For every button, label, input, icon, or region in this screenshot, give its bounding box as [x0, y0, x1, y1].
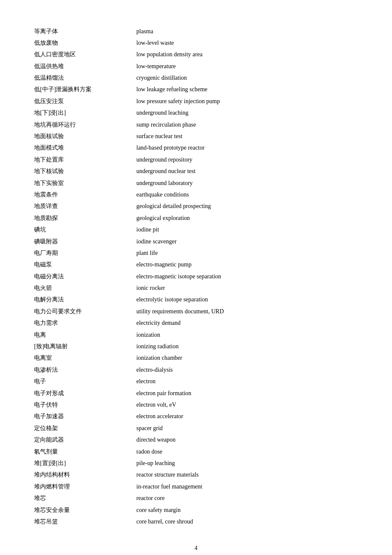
chinese-term: 定向能武器 [34, 434, 136, 446]
chinese-term: 电磁分离法 [34, 271, 136, 282]
table-row: 电厂寿期plant life [34, 247, 358, 259]
table-row: 地面核试验surface nuclear test [34, 131, 358, 142]
chinese-term: 堆内燃料管理 [34, 481, 136, 492]
table-row: 氡气剂量radon dose [34, 446, 358, 457]
english-term: iodine scavenger [136, 236, 358, 247]
chinese-term: 地下实验室 [34, 177, 136, 189]
table-row: 碘坑iodine pit [34, 224, 358, 236]
english-term: cryogenic distillation [136, 72, 358, 84]
table-row: 低[中子]泄漏换料方案 low leakage refueling scheme [34, 84, 358, 95]
chinese-term: 地面模式堆 [34, 142, 136, 154]
chinese-term: 电解分离法 [34, 294, 136, 306]
english-term: low population density area [136, 49, 358, 61]
english-term: utility requirements document, URD [136, 306, 358, 317]
chinese-term: 堆[置]浸[出] [34, 457, 136, 469]
english-term: low-level waste [136, 37, 358, 49]
table-row: 堆[置]浸[出]pile-up leaching [34, 457, 358, 469]
dictionary-table: 等离子体plasma低放废物low-level waste低人口密度地区low … [34, 26, 358, 528]
chinese-term: 低[中子]泄漏换料方案 [34, 84, 136, 95]
page-footer: 4 [34, 545, 358, 552]
english-term: plasma [136, 26, 358, 37]
english-term: underground nuclear test [136, 166, 358, 177]
english-term: land-based prototype reactor [136, 142, 358, 154]
english-term: surface nuclear test [136, 131, 358, 142]
chinese-term: 氡气剂量 [34, 446, 136, 457]
table-row: 电磁泵electro-magnetic pump [34, 259, 358, 271]
english-term: electricity demand [136, 318, 358, 329]
chinese-term: 电力需求 [34, 318, 136, 329]
table-row: [致]电离辐射 ionizing radiation [34, 341, 358, 353]
chinese-term: 堆芯 [34, 493, 136, 504]
chinese-term: 堆芯安全余量 [34, 504, 136, 516]
table-row: 低人口密度地区low population density area [34, 49, 358, 61]
chinese-term: 电厂寿期 [34, 247, 136, 259]
chinese-term: 低温供热堆 [34, 61, 136, 72]
table-row: 地坑再循环运行sump recirculation phase [34, 119, 358, 130]
chinese-term: 地下核试验 [34, 166, 136, 177]
english-term: geological exploration [136, 212, 358, 224]
chinese-term: 堆芯吊篮 [34, 516, 136, 527]
english-term: core safety margin [136, 504, 358, 516]
table-row: 堆内结构材料reactor structure materials [34, 469, 358, 481]
english-term: pile-up leaching [136, 457, 358, 469]
chinese-term: 电子 [34, 376, 136, 387]
table-row: 地下核试验underground nuclear test [34, 166, 358, 177]
table-row: 低放废物low-level waste [34, 37, 358, 49]
english-term: in-reactor fuel management [136, 481, 358, 492]
english-term: core barrel, core shroud [136, 516, 358, 527]
english-term: electro-magnetic isotope separation [136, 271, 358, 282]
english-term: reactor core [136, 493, 358, 504]
table-row: 低温供热堆low-temperature [34, 61, 358, 72]
chinese-term: 等离子体 [34, 26, 136, 37]
english-term: iodine pit [136, 224, 358, 236]
english-term: reactor structure materials [136, 469, 358, 481]
table-row: 地下实验室underground laboratory [34, 177, 358, 189]
chinese-term: 电火箭 [34, 283, 136, 294]
table-row: 等离子体plasma [34, 26, 358, 37]
english-term: underground repository [136, 154, 358, 165]
chinese-term: 地质详查 [34, 201, 136, 212]
table-row: 堆内燃料管理in-reactor fuel management [34, 481, 358, 492]
chinese-term: 碘吸附器 [34, 236, 136, 247]
english-term: electron volt, eV [136, 399, 358, 411]
table-row: 地震条件earthquake conditions [34, 189, 358, 200]
chinese-term: 地震条件 [34, 189, 136, 200]
chinese-term: 地下处置库 [34, 154, 136, 165]
table-row: 地质详查geological detailed prospecting [34, 201, 358, 212]
chinese-term: 电离室 [34, 353, 136, 364]
chinese-term: 地质勘探 [34, 212, 136, 224]
table-row: 电离ionization [34, 329, 358, 341]
english-term: earthquake conditions [136, 189, 358, 200]
chinese-term: 低压安注泵 [34, 95, 136, 107]
table-row: 电子对形成electron pair formation [34, 387, 358, 399]
english-term: electron [136, 376, 358, 387]
table-row: 电火箭ionic rocker [34, 283, 358, 294]
english-term: low pressure safety injection pump [136, 95, 358, 107]
chinese-term: 地[下]浸[出] [34, 107, 136, 119]
table-row: 地[下]浸[出]underground leaching [34, 107, 358, 119]
table-row: 地下处置库underground repository [34, 154, 358, 165]
chinese-term: 定位格架 [34, 422, 136, 434]
english-term: low leakage refueling scheme [136, 84, 358, 95]
english-term: ionization chamber [136, 353, 358, 364]
english-term: sump recirculation phase [136, 119, 358, 130]
chinese-term: 电渗析法 [34, 364, 136, 376]
chinese-term: 低人口密度地区 [34, 49, 136, 61]
chinese-term: 电力公司要求文件 [34, 306, 136, 317]
english-term: underground leaching [136, 107, 358, 119]
english-term: electron pair formation [136, 387, 358, 399]
english-term: plant life [136, 247, 358, 259]
english-term: geological detailed prospecting [136, 201, 358, 212]
chinese-term: 低温精馏法 [34, 72, 136, 84]
table-row: 电力需求electricity demand [34, 318, 358, 329]
chinese-term: 地坑再循环运行 [34, 119, 136, 130]
chinese-term: 堆内结构材料 [34, 469, 136, 481]
table-row: 地质勘探geological exploration [34, 212, 358, 224]
table-row: 低压安注泵low pressure safety injection pump [34, 95, 358, 107]
english-term: spacer grid [136, 422, 358, 434]
table-row: 电子electron [34, 376, 358, 387]
table-row: 堆芯吊篮core barrel, core shroud [34, 516, 358, 527]
english-term: ionic rocker [136, 283, 358, 294]
chinese-term: 电磁泵 [34, 259, 136, 271]
english-term: low-temperature [136, 61, 358, 72]
